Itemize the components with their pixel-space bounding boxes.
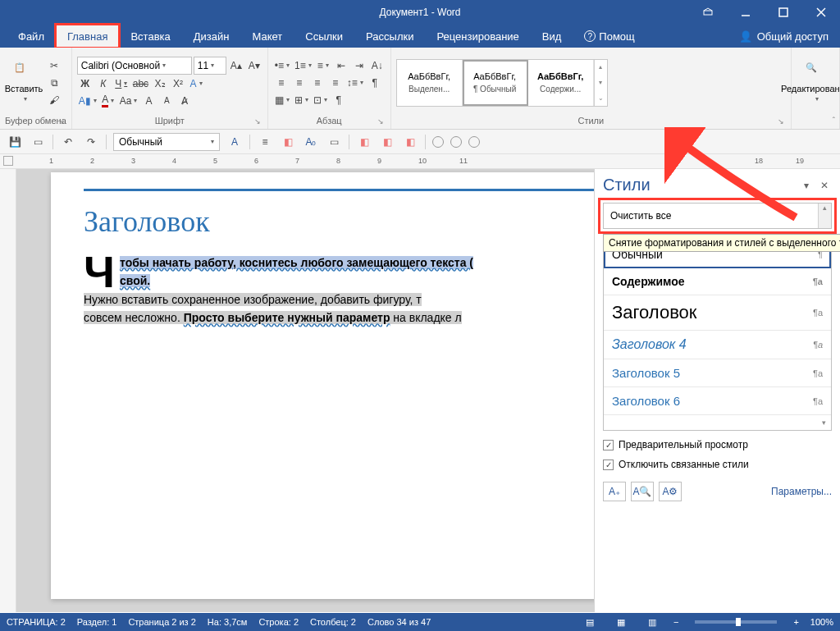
status-words[interactable]: Слово 34 из 47: [368, 617, 431, 627]
apply-style-icon[interactable]: A: [226, 134, 243, 150]
italic-button[interactable]: К: [95, 75, 112, 92]
style-item[interactable]: Заголовок 5¶a: [604, 359, 831, 387]
para-opts-icon[interactable]: ≡: [257, 134, 273, 150]
align-right-icon[interactable]: ≡: [309, 75, 326, 91]
grow-font2-icon[interactable]: A: [140, 93, 157, 109]
preview-checkbox[interactable]: ✓Предварительный просмотр: [603, 439, 832, 450]
clear-format-icon[interactable]: A̷: [176, 93, 193, 109]
rect-icon[interactable]: ▭: [326, 134, 342, 150]
redo-icon[interactable]: ↷: [83, 134, 99, 150]
eraser-icon[interactable]: ◧: [280, 134, 296, 150]
status-section[interactable]: Раздел: 1: [77, 617, 117, 627]
pane-close-icon[interactable]: ✕: [817, 178, 832, 193]
style-tile[interactable]: АаБбВвГг, Выделен...: [397, 60, 463, 106]
zoom-out-icon[interactable]: −: [673, 617, 678, 627]
style-item[interactable]: Содержимое¶a: [604, 268, 831, 295]
ruler-horizontal[interactable]: 12345678910111819: [0, 154, 840, 169]
tab-review[interactable]: Рецензирование: [425, 25, 530, 48]
indent-dec-icon[interactable]: ⇤: [333, 57, 349, 74]
shrink-font-icon[interactable]: A▾: [246, 57, 262, 74]
align-left-icon[interactable]: ≡: [273, 75, 290, 91]
style-tile[interactable]: АаБбВвГг, Содержи...: [528, 60, 594, 106]
font-name-combo[interactable]: Calibri (Основной▾: [77, 57, 192, 75]
status-page-of[interactable]: Страница 2 из 2: [128, 617, 195, 627]
editing-button[interactable]: 🔍 Редактирование▾: [797, 49, 834, 116]
tab-design[interactable]: Дизайн: [182, 25, 241, 48]
grow-font-icon[interactable]: A▴: [228, 57, 244, 74]
styles-gallery-more[interactable]: ▴▾⌄: [594, 60, 607, 106]
format-painter-icon[interactable]: 🖌: [46, 92, 62, 108]
tab-help[interactable]: ?Помощ: [573, 25, 646, 48]
zoom-value[interactable]: 100%: [810, 617, 833, 627]
close-icon[interactable]: [802, 0, 840, 25]
ruler-vertical[interactable]: [0, 169, 16, 612]
style-combo[interactable]: Обычный▾: [113, 133, 220, 151]
dialog-launcher-icon[interactable]: ↘: [778, 117, 784, 126]
shrink-font2-icon[interactable]: A: [158, 93, 175, 109]
scroll-up-icon[interactable]: ▴: [818, 203, 831, 228]
circle-icon-2[interactable]: [450, 136, 462, 148]
cut-icon[interactable]: ✂: [46, 57, 62, 74]
disable-linked-checkbox[interactable]: ✓Отключить связанные стили: [603, 459, 832, 470]
borders-icon[interactable]: ⊞▾: [293, 92, 310, 108]
style-item[interactable]: Заголовок 6¶a: [604, 387, 831, 415]
share-button[interactable]: 👤Общий доступ: [728, 25, 840, 48]
dialog-launcher-icon[interactable]: ↘: [377, 117, 384, 126]
status-at[interactable]: На: 3,7см: [208, 617, 248, 627]
apply-icon[interactable]: A₀: [303, 134, 319, 150]
multilevel-icon[interactable]: ≡▾: [315, 57, 331, 74]
sort-icon[interactable]: A↓: [369, 57, 386, 74]
view-read-icon[interactable]: ▤: [580, 615, 600, 629]
format-icon[interactable]: ◧: [356, 134, 372, 150]
new-style-icon[interactable]: A₊: [603, 482, 626, 501]
pane-menu-icon[interactable]: ▾: [799, 178, 814, 193]
underline-button[interactable]: Ч▾: [113, 75, 130, 92]
format3-icon[interactable]: ◧: [402, 134, 418, 150]
format2-icon[interactable]: ◧: [379, 134, 395, 150]
circle-icon-3[interactable]: [468, 136, 480, 148]
tab-file[interactable]: Файл: [7, 25, 56, 48]
manage-styles-icon[interactable]: A⚙: [659, 482, 682, 501]
style-inspector-icon[interactable]: A🔍: [631, 482, 654, 501]
style-item[interactable]: Заголовок¶a: [604, 295, 831, 331]
copy-icon[interactable]: ⧉: [46, 75, 62, 91]
tab-insert[interactable]: Вставка: [119, 25, 181, 48]
status-line[interactable]: Строка: 2: [258, 617, 299, 627]
strike-button[interactable]: abc: [131, 75, 150, 92]
line-spacing-icon[interactable]: ↕≡▾: [345, 75, 365, 91]
undo-icon[interactable]: ↶: [60, 134, 76, 150]
tab-view[interactable]: Вид: [531, 25, 573, 48]
indent-inc-icon[interactable]: ⇥: [351, 57, 368, 74]
bullets-icon[interactable]: •≡▾: [273, 57, 291, 74]
font-size-combo[interactable]: 11▾: [194, 57, 226, 75]
text-effects-icon[interactable]: A▾: [188, 75, 204, 92]
bold-button[interactable]: Ж: [77, 75, 94, 92]
view-web-icon[interactable]: ▥: [642, 615, 662, 629]
dialog-launcher-icon[interactable]: ↘: [58, 117, 65, 126]
shading-icon[interactable]: ▦▾: [273, 92, 291, 108]
zoom-in-icon[interactable]: +: [793, 617, 798, 627]
minimize-icon[interactable]: [727, 0, 765, 25]
scroll-down-icon[interactable]: ▾: [604, 415, 831, 430]
subscript-button[interactable]: X₂: [152, 75, 168, 92]
zoom-slider[interactable]: [695, 620, 777, 624]
new-doc-icon[interactable]: ▭: [30, 134, 46, 150]
collapse-ribbon-icon[interactable]: ˆ: [833, 117, 835, 126]
tab-mailings[interactable]: Рассылки: [354, 25, 425, 48]
align-center-icon[interactable]: ≡: [291, 75, 308, 91]
view-print-icon[interactable]: ▦: [611, 615, 631, 629]
status-page[interactable]: СТРАНИЦА: 2: [7, 617, 66, 627]
paste-button[interactable]: 📋 Вставить▾: [5, 49, 43, 116]
save-icon[interactable]: 💾: [7, 134, 23, 150]
tab-selector-icon[interactable]: [3, 156, 13, 166]
pilcrow-icon[interactable]: ¶: [367, 75, 383, 91]
borders2-icon[interactable]: ⊡▾: [312, 92, 329, 108]
maximize-icon[interactable]: [765, 0, 802, 25]
numbering-icon[interactable]: 1≡▾: [293, 57, 313, 74]
change-case-icon[interactable]: Aa▾: [118, 93, 139, 109]
clear-all-button[interactable]: Очистить все ▴: [603, 203, 832, 229]
tab-references[interactable]: Ссылки: [294, 25, 354, 48]
font-color-icon[interactable]: A▾: [100, 93, 116, 109]
superscript-button[interactable]: X²: [170, 75, 186, 92]
options-link[interactable]: Параметры...: [771, 486, 832, 497]
